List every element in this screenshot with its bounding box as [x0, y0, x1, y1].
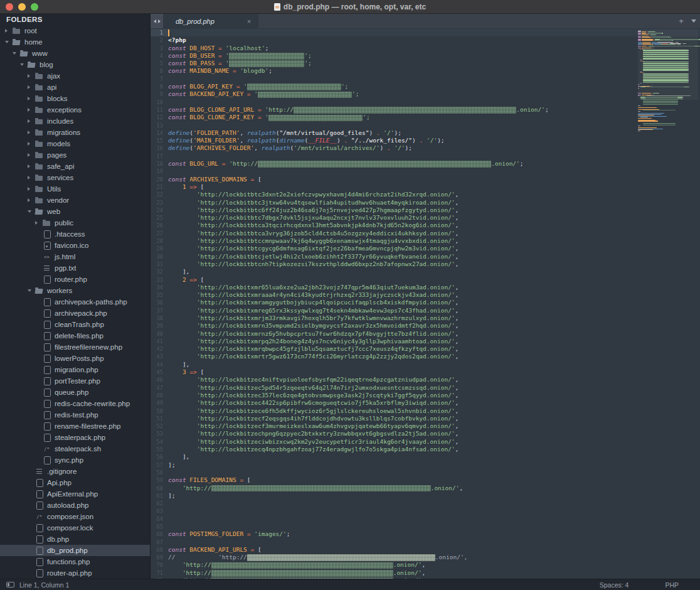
tree-item-api-php[interactable]: Api.php	[0, 477, 150, 488]
tree-item--htaccess[interactable]: .htaccess	[0, 228, 150, 240]
code-token: =	[247, 176, 258, 183]
tree-item--gitignore[interactable]: .gitignore	[0, 466, 150, 477]
code-token: [	[258, 176, 262, 183]
tree-item-autoload-php[interactable]: autoload.php	[0, 500, 150, 511]
code-token	[168, 577, 183, 579]
sidebar-toggle-icon[interactable]	[6, 582, 14, 587]
line-number: 15	[151, 137, 168, 144]
disclosure-open-icon[interactable]	[28, 289, 35, 292]
tree-item-safe-api[interactable]: safe_api	[0, 161, 150, 172]
tree-item-blocks[interactable]: blocks	[0, 93, 150, 104]
line-number: 54	[151, 438, 168, 446]
tree-item-functions-php[interactable]: functions.php	[0, 556, 150, 567]
close-tab-icon[interactable]: ×	[245, 18, 253, 25]
disclosure-closed-icon[interactable]	[28, 187, 35, 191]
disclosure-closed-icon[interactable]	[28, 108, 35, 112]
disclosure-closed-icon[interactable]	[28, 74, 35, 78]
tree-item-vendor[interactable]: vendor	[0, 195, 150, 206]
code-token: [	[201, 368, 204, 375]
tree-item-pages[interactable]: pages	[0, 149, 150, 161]
indent-setting[interactable]: Spaces: 4	[600, 581, 629, 589]
disclosure-closed-icon[interactable]	[28, 97, 35, 100]
minimap[interactable]	[638, 30, 698, 131]
tree-item-stealerpack-sh[interactable]: /*stealerpack.sh	[0, 443, 150, 454]
tree-item-migration-php[interactable]: migration.php	[0, 364, 150, 375]
disclosure-closed-icon[interactable]	[28, 153, 35, 157]
tree-item-queue-php[interactable]: queue.php	[0, 387, 150, 398]
tree-item-includes[interactable]: includes	[0, 115, 150, 127]
code-line: 55 'http://lockbitzecq4npzbhgahfzoaj77z4…	[151, 446, 700, 453]
folder-icon	[13, 27, 21, 35]
tree-item-lowerposts-php[interactable]: lowerPosts.php	[0, 353, 150, 364]
tree-item-www[interactable]: www	[0, 48, 150, 59]
tree-item-root[interactable]: root	[0, 25, 150, 36]
code-token	[168, 307, 197, 314]
code-line: 25 'http://lockbitbtc7dbgx7dvkl5jsjxu4aq…	[151, 214, 700, 222]
code-line: 69// 'http://.onion/',	[151, 554, 700, 561]
tree-item-pgp-txt[interactable]: pgp.txt	[0, 262, 150, 274]
tree-item-migrations[interactable]: migrations	[0, 127, 150, 138]
disclosure-closed-icon[interactable]	[28, 131, 35, 134]
tab-db-prod-php[interactable]: db_prod.php ×	[163, 14, 258, 28]
line-number: 18	[151, 160, 168, 168]
tree-item-redis-cache-rewrite-php[interactable]: redis-cache-rewrite.php	[0, 398, 150, 409]
disclosure-closed-icon[interactable]	[28, 176, 35, 180]
tree-item-js-html[interactable]: <>js.html	[0, 251, 150, 262]
redacted-secret	[229, 60, 304, 67]
disclosure-open-icon[interactable]	[5, 41, 13, 43]
tree-item-db-php[interactable]: db.php	[0, 534, 150, 545]
code-token: ;	[287, 530, 290, 537]
code-editor[interactable]: 12<?php3const DB_HOST = 'localhost';4con…	[151, 28, 700, 579]
disclosure-closed-icon[interactable]	[28, 119, 35, 123]
tree-item-db-prod-php[interactable]: db_prod.php	[0, 545, 150, 556]
code-token	[168, 284, 197, 291]
tab-overflow-button[interactable]	[687, 14, 700, 28]
code-token: "/mnt/virtual/good_files"	[279, 129, 369, 136]
tree-item-rename-filestree-php[interactable]: rename-filestree.php	[0, 421, 150, 432]
tree-item-porttester-php[interactable]: portTester.php	[0, 375, 150, 387]
disclosure-closed-icon[interactable]	[28, 198, 35, 202]
tree-item-public[interactable]: public	[0, 217, 150, 228]
disclosure-open-icon[interactable]	[28, 210, 35, 213]
tree-item-filestreefilerenew-php[interactable]: filestreefilerenew.php	[0, 341, 150, 353]
tree-item-delete-files-php[interactable]: delete-files.php	[0, 330, 150, 341]
tree-item-utils[interactable]: Utils	[0, 183, 150, 195]
line-number: 26	[151, 222, 168, 229]
disclosure-closed-icon[interactable]	[28, 85, 35, 89]
tree-item-blog[interactable]: blog	[0, 59, 150, 70]
disclosure-open-icon[interactable]	[13, 52, 20, 55]
disclosure-closed-icon[interactable]	[5, 29, 13, 33]
code-token: ,	[455, 284, 459, 291]
disclosure-open-icon[interactable]	[20, 63, 28, 66]
tree-item-stealerpack-php[interactable]: stealerpack.php	[0, 432, 150, 443]
code-line: 41 'http://lockbitxmrpq2h24boneg4z4ys7nc…	[151, 338, 700, 345]
tree-item-apiexternal-php[interactable]: ApiExternal.php	[0, 488, 150, 500]
tree-item-ajax[interactable]: ajax	[0, 70, 150, 82]
tree-item-home[interactable]: home	[0, 36, 150, 48]
new-tab-button[interactable]: +	[675, 14, 687, 28]
tree-item-favicon-ico[interactable]: favicon.ico	[0, 240, 150, 251]
disclosure-closed-icon[interactable]	[28, 142, 35, 146]
tree-item-api[interactable]: api	[0, 82, 150, 93]
tree-item-web[interactable]: web	[0, 206, 150, 217]
disclosure-closed-icon[interactable]	[28, 164, 35, 168]
tree-item-composer-json[interactable]: /*composer.json	[0, 511, 150, 522]
tree-item-composer-lock[interactable]: composer.lock	[0, 522, 150, 534]
tree-item-models[interactable]: models	[0, 138, 150, 149]
tree-item-cleantrash-php[interactable]: cleanTrash.php	[0, 319, 150, 330]
tree-item-archivepack-paths-php[interactable]: archivepack-paths.php	[0, 296, 150, 308]
syntax-mode[interactable]: PHP	[665, 581, 679, 589]
tree-item-sync-php[interactable]: sync.php	[0, 454, 150, 466]
tree-item-exceptions[interactable]: exceptions	[0, 104, 150, 115]
tree-item-archivepack-php[interactable]: archivepack.php	[0, 308, 150, 319]
tree-item-services[interactable]: services	[0, 172, 150, 183]
disclosure-closed-icon[interactable]	[35, 221, 43, 225]
code-line: 36 'http://lockbitxmramgygutbojybiucp4lq…	[151, 299, 700, 306]
tree-item-redis-test-php[interactable]: redis-test.php	[0, 409, 150, 421]
line-number: 41	[151, 338, 168, 345]
tree-item-router-php[interactable]: router.php	[0, 274, 150, 285]
tab-history-arrows[interactable]	[151, 14, 163, 28]
tree-item-router-api-php[interactable]: router-api.php	[0, 567, 150, 579]
tree-item-workers[interactable]: workers	[0, 285, 150, 296]
code-token	[168, 291, 197, 298]
